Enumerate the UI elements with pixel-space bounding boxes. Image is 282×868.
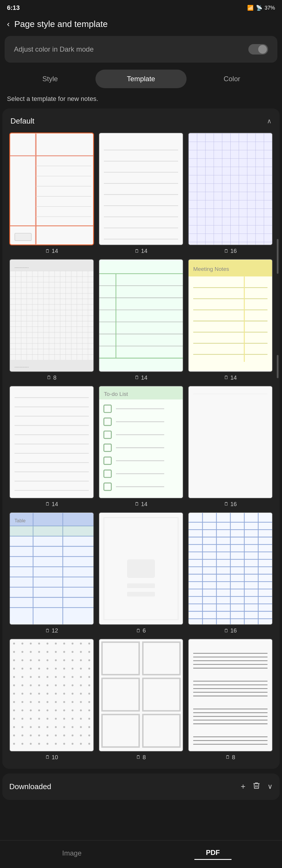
tab-style[interactable]: Style bbox=[5, 70, 95, 88]
nav-image[interactable]: Image bbox=[51, 847, 93, 860]
template-thumb-7[interactable] bbox=[9, 386, 94, 499]
downloaded-section: Downloaded + ∨ bbox=[2, 773, 280, 800]
default-section-header: Default ∧ bbox=[8, 117, 274, 132]
page-count-7: 14 bbox=[52, 501, 58, 507]
status-icons: 📶 📡 37% bbox=[247, 5, 275, 11]
tab-bar: Style Template Color bbox=[5, 70, 277, 88]
scrollbar-2[interactable] bbox=[277, 355, 279, 378]
template-label-15: 🗒 8 bbox=[225, 754, 235, 761]
page-count-12: 16 bbox=[230, 627, 237, 634]
page-count-10: 12 bbox=[52, 627, 58, 634]
template-label-1: 🗒 14 bbox=[45, 248, 58, 254]
template-item[interactable]: Meeting Notes 🗒 14 bbox=[188, 259, 273, 381]
page-count-13: 10 bbox=[52, 754, 58, 761]
page-count-icon-3: 🗒 bbox=[224, 249, 229, 254]
page-count-icon-10: 🗒 bbox=[45, 628, 50, 633]
signal-icon: 📡 bbox=[256, 5, 262, 11]
page-count-icon-13: 🗒 bbox=[45, 754, 50, 760]
svg-rect-100 bbox=[127, 592, 155, 596]
template-thumb-9[interactable] bbox=[188, 386, 273, 499]
svg-rect-79 bbox=[189, 386, 272, 498]
nav-pdf[interactable]: PDF bbox=[194, 846, 231, 860]
main-content: Default ∧ bbox=[2, 108, 280, 769]
template-item[interactable]: 🗒 14 bbox=[9, 132, 94, 254]
page-count-icon-1: 🗒 bbox=[45, 249, 50, 254]
svg-text:Meeting Notes: Meeting Notes bbox=[193, 266, 229, 272]
template-label-7: 🗒 14 bbox=[45, 501, 58, 507]
svg-rect-99 bbox=[127, 584, 155, 588]
svg-rect-24 bbox=[10, 260, 93, 371]
svg-rect-29 bbox=[99, 260, 183, 371]
template-thumb-10[interactable]: Table bbox=[9, 512, 94, 625]
template-thumb-1[interactable] bbox=[9, 132, 94, 245]
svg-text:...........: ........... bbox=[14, 264, 29, 269]
dark-mode-toggle[interactable] bbox=[248, 44, 268, 55]
svg-rect-0 bbox=[10, 134, 93, 244]
template-thumb-5[interactable] bbox=[99, 259, 183, 372]
template-item[interactable]: 🗒 8 bbox=[188, 639, 273, 761]
trash-icon bbox=[252, 782, 260, 790]
page-count-3: 16 bbox=[230, 248, 237, 254]
template-thumb-12[interactable] bbox=[188, 512, 273, 625]
template-item[interactable]: 🗒 14 bbox=[99, 259, 183, 381]
template-label-13: 🗒 10 bbox=[45, 754, 58, 761]
template-label-2: 🗒 14 bbox=[135, 248, 147, 254]
svg-text:To-do List: To-do List bbox=[104, 391, 128, 397]
template-item[interactable]: 🗒 16 bbox=[188, 386, 273, 507]
section-collapse-icon[interactable]: ∧ bbox=[267, 118, 272, 125]
delete-template-button[interactable] bbox=[252, 782, 260, 792]
downloaded-actions: + ∨ bbox=[241, 782, 273, 792]
battery-label: 37% bbox=[264, 5, 275, 11]
template-item[interactable]: Table 🗒 12 bbox=[9, 512, 94, 634]
svg-rect-98 bbox=[127, 559, 155, 578]
tab-template[interactable]: Template bbox=[95, 70, 186, 88]
svg-rect-10 bbox=[15, 233, 31, 240]
template-label-3: 🗒 16 bbox=[224, 248, 237, 254]
template-thumb-14[interactable] bbox=[99, 639, 183, 751]
template-label-8: 🗒 14 bbox=[135, 501, 147, 507]
template-thumb-6[interactable]: Meeting Notes bbox=[188, 259, 273, 372]
page-title: Page style and template bbox=[14, 19, 107, 29]
template-thumb-15[interactable] bbox=[188, 639, 273, 751]
page-count-8: 14 bbox=[141, 501, 147, 507]
template-label-6: 🗒 14 bbox=[224, 374, 237, 381]
add-template-button[interactable]: + bbox=[241, 782, 245, 791]
template-item[interactable]: 🗒 16 bbox=[188, 132, 273, 254]
expand-downloaded-button[interactable]: ∨ bbox=[268, 782, 273, 790]
template-item[interactable]: ........... ........... 🗒 8 bbox=[9, 259, 94, 381]
template-item[interactable]: 🗒 14 bbox=[9, 386, 94, 507]
template-item[interactable]: 🗒 16 bbox=[188, 512, 273, 634]
page-count-6: 14 bbox=[230, 374, 237, 381]
template-thumb-4[interactable]: ........... ........... bbox=[9, 259, 94, 372]
template-item[interactable]: 🗒 8 bbox=[99, 639, 183, 761]
page-count-icon-2: 🗒 bbox=[135, 249, 139, 254]
template-label-12: 🗒 16 bbox=[224, 627, 237, 634]
page-count-icon-4: 🗒 bbox=[47, 375, 51, 380]
template-item[interactable]: 🗒 14 bbox=[99, 132, 183, 254]
template-thumb-3[interactable] bbox=[188, 132, 273, 245]
downloaded-title: Downloaded bbox=[9, 782, 51, 791]
template-label-9: 🗒 16 bbox=[224, 501, 237, 507]
svg-rect-123 bbox=[10, 640, 93, 751]
svg-rect-95 bbox=[10, 526, 93, 536]
template-item[interactable]: To-do List bbox=[99, 386, 183, 507]
template-item[interactable]: 🗒 6 bbox=[99, 512, 183, 634]
status-time: 6:13 bbox=[7, 4, 20, 11]
svg-text:Table: Table bbox=[14, 518, 26, 523]
scrollbar-1[interactable] bbox=[277, 239, 279, 274]
template-item[interactable]: 🗒 10 bbox=[9, 639, 94, 761]
page-count-5: 14 bbox=[141, 374, 147, 381]
template-thumb-13[interactable] bbox=[9, 639, 94, 751]
tab-color[interactable]: Color bbox=[187, 70, 277, 88]
template-thumb-11[interactable] bbox=[99, 512, 183, 625]
page-count-icon-14: 🗒 bbox=[136, 754, 141, 760]
page-count-icon-7: 🗒 bbox=[45, 501, 50, 507]
template-thumb-2[interactable] bbox=[99, 132, 183, 245]
header: ‹ Page style and template bbox=[0, 14, 282, 36]
template-label-4: 🗒 8 bbox=[47, 374, 56, 381]
back-button[interactable]: ‹ bbox=[7, 20, 9, 29]
page-count-14: 8 bbox=[143, 754, 146, 761]
bottom-nav: Image PDF bbox=[0, 840, 282, 868]
template-thumb-8[interactable]: To-do List bbox=[99, 386, 183, 499]
svg-rect-62 bbox=[99, 386, 183, 498]
